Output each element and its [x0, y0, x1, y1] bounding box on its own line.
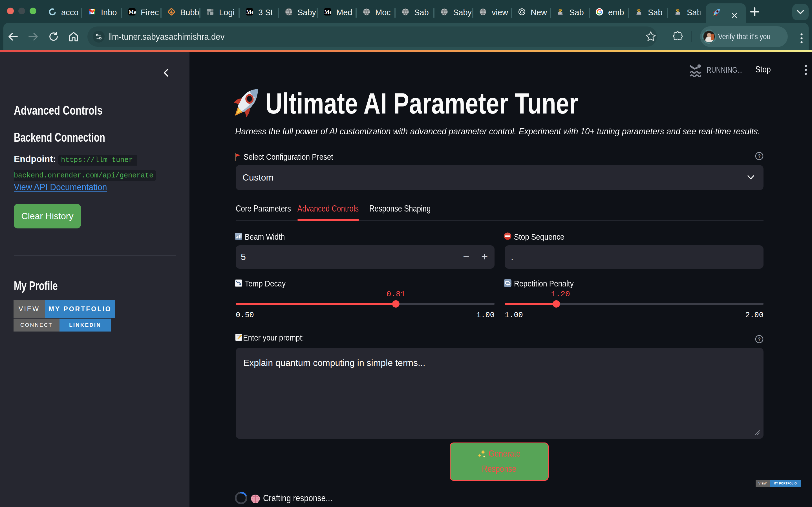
svg-text:?: ? — [758, 154, 761, 159]
svg-text:Me: Me — [129, 9, 136, 15]
svg-text:?: ? — [758, 337, 761, 342]
svg-text:Me: Me — [246, 9, 253, 15]
svg-text:Me: Me — [324, 9, 332, 15]
